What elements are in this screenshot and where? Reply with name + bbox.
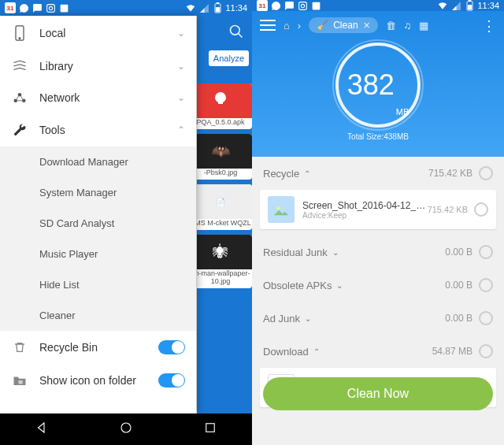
sub-music-player[interactable]: Music Player [0, 239, 196, 269]
drawer-local[interactable]: Local ⌄ [0, 16, 196, 50]
select-radio[interactable] [479, 278, 493, 292]
trash-icon[interactable]: 🗑 [386, 20, 396, 32]
instagram-icon [45, 2, 56, 13]
status-bar: 31 11:34 [252, 0, 504, 11]
file-doc[interactable]: 📄BMS M-cket WQZL [197, 184, 252, 230]
chevron-down-icon: ⌄ [177, 61, 185, 72]
wifi-icon [185, 2, 196, 13]
android-navbar [0, 413, 252, 445]
category-label: Ad Junk [263, 313, 300, 324]
whatsapp-icon [18, 2, 29, 13]
analyze-button[interactable]: Analyze [209, 50, 249, 66]
home-icon[interactable]: ⌂ [284, 20, 290, 32]
back-button[interactable] [35, 421, 49, 438]
phone-right: 31 11:34 ⌂ › 🧹 [252, 0, 504, 445]
category-label: Obsolete APKs [263, 280, 332, 291]
folder-icon [11, 374, 28, 387]
file-wall[interactable]: 🕷on-man-wallpaper-10.jpg [197, 235, 252, 288]
file-advice: Advice:Keep [302, 211, 428, 220]
toggle-switch[interactable] [158, 373, 185, 388]
background-content: Analyze PQA_0.5.0.apk 🦇-Pbsk0.jpg 📄BMS M… [197, 16, 252, 413]
cleaner-header: ⌂ › 🧹 Clean ✕ 🗑 ♫ ▦ ⋮ 382 MB [252, 11, 504, 157]
sub-cleaner[interactable]: Cleaner [0, 300, 196, 331]
file-label: BMS M-cket WQZL [197, 219, 251, 227]
select-radio[interactable] [479, 245, 493, 259]
select-radio[interactable] [479, 311, 493, 325]
hamburger-icon[interactable] [260, 20, 276, 31]
chevron-down-icon: ⌄ [177, 92, 185, 103]
category-download[interactable]: Download ⌃ 54.87 MB [252, 335, 504, 368]
svg-rect-12 [19, 380, 23, 384]
file-name: Screen_Shot_2016-04-12_at_1… [302, 200, 428, 211]
file-size: 715.42 KB [428, 205, 468, 214]
message-icon [284, 0, 295, 11]
size-value: 382 [347, 69, 395, 102]
file-row[interactable]: Screen_Shot_2016-04-12_at_1… Advice:Keep… [260, 190, 496, 229]
chevron-up-icon: ⌃ [177, 124, 185, 135]
chevron-down-icon: ⌄ [332, 248, 339, 257]
file-label: PQA_0.5.0.apk [197, 118, 245, 126]
clean-now-button[interactable]: Clean Now [263, 377, 493, 410]
cleaner-screen: ⌂ › 🧹 Clean ✕ 🗑 ♫ ▦ ⋮ 382 MB [252, 11, 504, 445]
search-icon[interactable] [228, 24, 244, 43]
phone-left: 31 [0, 0, 252, 445]
tools-submenu: Download Manager System Manager SD Card … [0, 146, 196, 331]
category-size: 54.87 MB [432, 346, 472, 357]
calendar-icon: 31 [5, 2, 16, 13]
svg-point-6 [231, 26, 240, 35]
toggle-switch[interactable] [158, 340, 185, 354]
svg-point-1 [49, 6, 52, 9]
message-icon [32, 2, 43, 13]
drawer-label: Network [39, 91, 80, 104]
svg-rect-19 [469, 0, 472, 2]
wifi-icon [437, 0, 448, 11]
category-recycle[interactable]: Recycle ⌃ 715.42 KB [252, 157, 504, 190]
category-size: 0.00 B [445, 313, 472, 324]
category-residual[interactable]: Residual Junk ⌄ 0.00 B [252, 235, 504, 269]
network-icon [11, 91, 28, 104]
sub-system-manager[interactable]: System Manager [0, 177, 196, 208]
file-apk[interactable]: PQA_0.5.0.apk [197, 83, 252, 129]
svg-rect-15 [298, 2, 306, 9]
more-icon[interactable]: ⋮ [482, 17, 496, 35]
drawer-label: Library [39, 60, 73, 72]
svg-rect-20 [468, 5, 472, 9]
svg-rect-14 [206, 424, 214, 432]
status-time: 11:34 [477, 1, 499, 10]
whatsapp-icon [270, 0, 281, 11]
sub-sd-card-analyst[interactable]: SD Card Analyst [0, 208, 196, 239]
chevron-up-icon: ⌃ [304, 169, 310, 178]
library-icon [11, 60, 28, 72]
file-label: on-man-wallpaper-10.jpg [197, 269, 250, 285]
chevron-up-icon: ⌃ [313, 347, 320, 356]
battery-icon [212, 2, 223, 13]
grid-icon[interactable]: ▦ [419, 20, 428, 32]
sub-download-manager[interactable]: Download Manager [0, 146, 196, 177]
drawer-network[interactable]: Network ⌄ [0, 82, 196, 113]
clean-chip[interactable]: 🧹 Clean ✕ [309, 17, 377, 33]
close-icon[interactable]: ✕ [363, 20, 370, 31]
home-button[interactable] [119, 421, 133, 438]
sub-hide-list[interactable]: Hide List [0, 269, 196, 300]
size-unit: MB [396, 107, 410, 117]
drawer-library[interactable]: Library ⌄ [0, 50, 196, 82]
category-obsolete[interactable]: Obsolete APKs ⌄ 0.00 B [252, 269, 504, 302]
select-radio[interactable] [479, 166, 493, 180]
left-body: Analyze PQA_0.5.0.apk 🦇-Pbsk0.jpg 📄BMS M… [0, 16, 252, 413]
file-jpg[interactable]: 🦇-Pbsk0.jpg [197, 134, 252, 180]
recent-button[interactable] [203, 421, 217, 438]
image-icon [58, 2, 69, 13]
instagram-icon [297, 0, 308, 11]
category-adjunk[interactable]: Ad Junk ⌄ 0.00 B [252, 302, 504, 335]
brush-icon: 🧹 [317, 20, 328, 31]
chevron-down-icon: ⌄ [177, 28, 185, 39]
select-radio[interactable] [474, 202, 488, 217]
svg-point-8 [19, 38, 20, 39]
drawer-label: Tools [39, 124, 65, 136]
drawer-show-icon[interactable]: Show icon on folder [0, 364, 196, 397]
image-icon [310, 0, 321, 11]
drawer-recycle-bin[interactable]: Recycle Bin [0, 331, 196, 364]
drawer-tools[interactable]: Tools ⌃ [0, 113, 196, 146]
music-icon[interactable]: ♫ [404, 20, 412, 32]
select-radio[interactable] [479, 344, 493, 358]
